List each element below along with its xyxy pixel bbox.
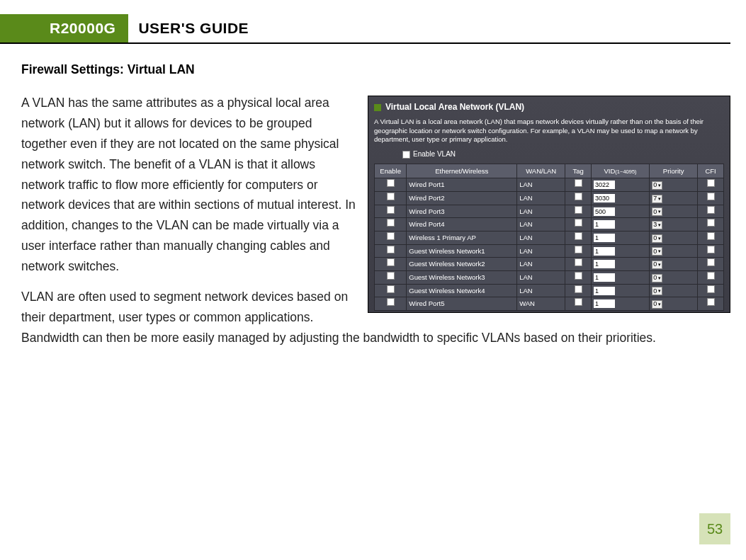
row-priority-select[interactable]: 0▾ xyxy=(652,261,662,269)
row-cfi-checkbox[interactable] xyxy=(707,219,715,227)
row-cfi-checkbox[interactable] xyxy=(707,193,715,200)
row-tag-checkbox[interactable] xyxy=(575,272,582,280)
row-wanlan: LAN xyxy=(517,192,565,205)
row-enable-checkbox[interactable] xyxy=(387,219,395,227)
row-priority-select[interactable]: 0▾ xyxy=(652,234,662,243)
chevron-down-icon: ▾ xyxy=(658,300,661,309)
row-vid-input[interactable]: 1 xyxy=(594,234,615,242)
product-badge: R20000G xyxy=(0,14,128,42)
row-name: Wireless 1 Primary AP xyxy=(407,232,517,245)
enable-vlan-row: Enable VLAN xyxy=(402,149,724,161)
row-cfi-checkbox[interactable] xyxy=(707,179,715,187)
chevron-down-icon: ▾ xyxy=(658,195,661,203)
table-row: Wired Port1LAN30220▾ xyxy=(375,178,724,192)
row-tag-checkbox[interactable] xyxy=(575,298,582,306)
chevron-down-icon: ▾ xyxy=(658,274,661,282)
figure-description: A Virtual LAN is a local area network (L… xyxy=(374,118,724,144)
row-vid-input[interactable]: 1 xyxy=(594,247,615,256)
row-cfi-checkbox[interactable] xyxy=(707,298,715,306)
row-cfi-checkbox[interactable] xyxy=(707,272,715,280)
table-row: Guest Wireless Network1LAN10▾ xyxy=(375,244,724,258)
row-vid-input[interactable]: 1 xyxy=(594,287,615,295)
row-wanlan: WAN xyxy=(517,297,565,311)
table-row: Wired Port3LAN5000▾ xyxy=(375,205,724,218)
chevron-down-icon: ▾ xyxy=(658,221,661,229)
row-tag-checkbox[interactable] xyxy=(575,285,582,293)
row-tag-checkbox[interactable] xyxy=(575,232,582,240)
enable-vlan-checkbox[interactable] xyxy=(402,151,410,159)
row-wanlan: LAN xyxy=(517,258,565,271)
row-vid-input[interactable]: 3030 xyxy=(594,194,615,202)
row-enable-checkbox[interactable] xyxy=(387,272,395,280)
col-tag: Tag xyxy=(565,164,592,178)
content-area: Firewall Settings: Virtual LAN Virtual L… xyxy=(0,44,746,348)
row-wanlan: LAN xyxy=(517,284,565,297)
row-tag-checkbox[interactable] xyxy=(575,179,582,187)
col-vid: VID(1~4095) xyxy=(591,164,649,178)
row-priority-select[interactable]: 0▾ xyxy=(652,274,662,282)
row-enable-checkbox[interactable] xyxy=(387,206,395,214)
chevron-down-icon: ▾ xyxy=(658,181,661,190)
row-name: Wired Port4 xyxy=(407,218,517,232)
row-vid-input[interactable]: 3022 xyxy=(594,181,615,189)
row-tag-checkbox[interactable] xyxy=(575,193,582,200)
row-cfi-checkbox[interactable] xyxy=(707,246,715,253)
row-priority-select[interactable]: 7▾ xyxy=(652,195,662,203)
row-name: Wired Port3 xyxy=(407,205,517,218)
row-priority-select[interactable]: 0▾ xyxy=(652,300,662,309)
row-tag-checkbox[interactable] xyxy=(575,206,582,214)
row-name: Wired Port2 xyxy=(407,192,517,205)
body-text: Virtual Local Area Network (VLAN) A Virt… xyxy=(21,93,730,348)
row-enable-checkbox[interactable] xyxy=(387,193,395,200)
row-priority-select[interactable]: 0▾ xyxy=(652,181,662,190)
row-enable-checkbox[interactable] xyxy=(387,179,395,187)
doc-title: USER'S GUIDE xyxy=(128,14,249,42)
row-cfi-checkbox[interactable] xyxy=(707,285,715,293)
col-eth: Ethernet/Wireless xyxy=(407,164,517,178)
row-vid-input[interactable]: 1 xyxy=(594,260,615,268)
row-vid-input[interactable]: 1 xyxy=(594,220,615,229)
page-header: R20000G USER'S GUIDE xyxy=(0,14,730,44)
row-enable-checkbox[interactable] xyxy=(387,298,395,306)
row-cfi-checkbox[interactable] xyxy=(707,206,715,214)
row-priority-select[interactable]: 3▾ xyxy=(652,221,662,229)
row-priority-select[interactable]: 0▾ xyxy=(652,287,662,295)
row-cfi-checkbox[interactable] xyxy=(707,232,715,240)
table-row: Wireless 1 Primary APLAN10▾ xyxy=(375,232,724,245)
col-priority: Priority xyxy=(650,164,698,178)
row-name: Wired Port1 xyxy=(407,178,517,192)
row-name: Guest Wireless Network4 xyxy=(407,284,517,297)
row-name: Guest Wireless Network1 xyxy=(407,244,517,258)
row-tag-checkbox[interactable] xyxy=(575,219,582,227)
chevron-down-icon: ▾ xyxy=(658,261,661,269)
table-row: Wired Port5WAN10▾ xyxy=(375,297,724,311)
row-vid-input[interactable]: 500 xyxy=(594,207,615,216)
row-priority-select[interactable]: 0▾ xyxy=(652,207,662,216)
table-row: Guest Wireless Network2LAN10▾ xyxy=(375,258,724,271)
row-enable-checkbox[interactable] xyxy=(387,232,395,240)
row-vid-input[interactable]: 1 xyxy=(594,273,615,282)
page-number: 53 xyxy=(699,513,730,544)
row-tag-checkbox[interactable] xyxy=(575,246,582,253)
chevron-down-icon: ▾ xyxy=(658,287,661,295)
table-row: Guest Wireless Network4LAN10▾ xyxy=(375,284,724,297)
row-wanlan: LAN xyxy=(517,244,565,258)
row-priority-select[interactable]: 0▾ xyxy=(652,247,662,256)
col-cfi: CFI xyxy=(698,164,724,178)
row-enable-checkbox[interactable] xyxy=(387,258,395,266)
row-vid-input[interactable]: 1 xyxy=(594,299,615,308)
row-tag-checkbox[interactable] xyxy=(575,258,582,266)
row-enable-checkbox[interactable] xyxy=(387,246,395,253)
vlan-screenshot: Virtual Local Area Network (VLAN) A Virt… xyxy=(368,96,730,313)
row-enable-checkbox[interactable] xyxy=(387,285,395,293)
col-wanlan: WAN/LAN xyxy=(517,164,565,178)
row-wanlan: LAN xyxy=(517,271,565,285)
square-icon xyxy=(374,104,381,111)
row-wanlan: LAN xyxy=(517,178,565,192)
section-heading: Firewall Settings: Virtual LAN xyxy=(21,62,730,77)
figure-title: Virtual Local Area Network (VLAN) xyxy=(385,101,524,115)
row-wanlan: LAN xyxy=(517,205,565,218)
chevron-down-icon: ▾ xyxy=(658,247,661,256)
row-cfi-checkbox[interactable] xyxy=(707,258,715,266)
row-name: Guest Wireless Network2 xyxy=(407,258,517,271)
